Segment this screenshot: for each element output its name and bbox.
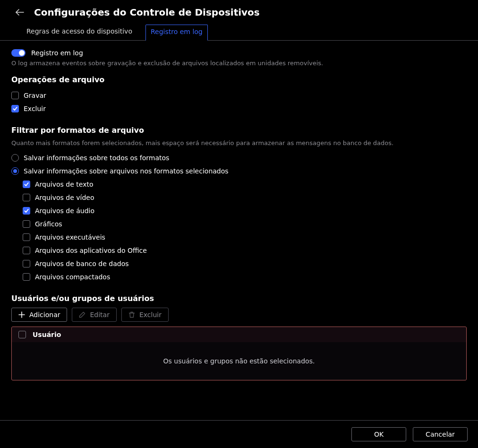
page-title: Configurações do Controle de Dispositivo… <box>34 7 260 18</box>
radio-selected-label: Salvar informações sobre arquivos nos fo… <box>24 167 229 175</box>
users-empty-message: Os usuários e grupos não estão seleciona… <box>12 342 466 380</box>
format-label: Arquivos de vídeo <box>35 194 94 201</box>
radio-all-label: Salvar informações sobre todos os format… <box>24 154 169 162</box>
users-select-all-checkbox[interactable] <box>18 331 26 338</box>
users-title: Usuários e/ou grupos de usuários <box>11 294 467 303</box>
radio-all-formats[interactable] <box>11 154 19 162</box>
tab-logging[interactable]: Registro em log <box>145 25 208 41</box>
users-column-user: Usuário <box>33 331 61 338</box>
format-label: Arquivos dos aplicativos do Office <box>35 247 147 254</box>
delete-button[interactable]: Excluir <box>121 308 169 322</box>
trash-icon <box>128 311 135 318</box>
format-checkbox[interactable] <box>23 207 30 215</box>
tabs: Regras de acesso do dispositivo Registro… <box>0 21 478 41</box>
radio-selected-formats[interactable] <box>11 167 19 175</box>
format-label: Arquivos de banco de dados <box>35 260 129 267</box>
format-checkbox[interactable] <box>23 273 30 281</box>
file-ops-title: Operações de arquivo <box>11 75 467 84</box>
tab-rules[interactable]: Regras de acesso do dispositivo <box>22 25 137 40</box>
format-checkbox[interactable] <box>23 247 30 254</box>
checkbox-delete[interactable] <box>11 105 19 112</box>
checkbox-write[interactable] <box>11 92 19 99</box>
users-table: Usuário Os usuários e grupos não estão s… <box>11 327 467 380</box>
logging-toggle[interactable] <box>11 49 26 57</box>
cancel-button[interactable]: Cancelar <box>413 427 468 441</box>
format-label: Arquivos compactados <box>35 273 110 281</box>
checkbox-delete-label: Excluir <box>24 105 46 112</box>
format-checkbox[interactable] <box>23 220 30 228</box>
formats-hint: Quanto mais formatos forem selecionados,… <box>11 139 467 146</box>
format-checkbox[interactable] <box>23 233 30 241</box>
edit-button[interactable]: Editar <box>72 308 116 322</box>
ok-button[interactable]: OK <box>351 427 406 441</box>
cancel-button-label: Cancelar <box>426 431 455 438</box>
delete-button-label: Excluir <box>139 311 162 319</box>
ok-button-label: OK <box>374 431 384 438</box>
format-label: Gráficos <box>35 220 62 228</box>
format-checkbox[interactable] <box>23 260 30 267</box>
edit-button-label: Editar <box>90 311 109 319</box>
pencil-icon <box>79 311 85 318</box>
logging-hint: O log armazena eventos sobre gravação e … <box>11 60 467 67</box>
arrow-left-icon <box>16 9 24 16</box>
format-checkbox[interactable] <box>23 181 30 188</box>
plus-icon <box>18 311 25 318</box>
formats-title: Filtrar por formatos de arquivo <box>11 126 467 135</box>
back-button[interactable] <box>14 7 26 18</box>
add-button-label: Adicionar <box>29 311 60 319</box>
format-checkbox[interactable] <box>23 194 30 201</box>
format-label: Arquivos de texto <box>35 181 93 188</box>
format-label: Arquivos de áudio <box>35 207 94 215</box>
format-label: Arquivos executáveis <box>35 233 105 241</box>
logging-label: Registro em log <box>31 49 83 57</box>
checkbox-write-label: Gravar <box>24 92 46 99</box>
add-button[interactable]: Adicionar <box>11 308 67 322</box>
